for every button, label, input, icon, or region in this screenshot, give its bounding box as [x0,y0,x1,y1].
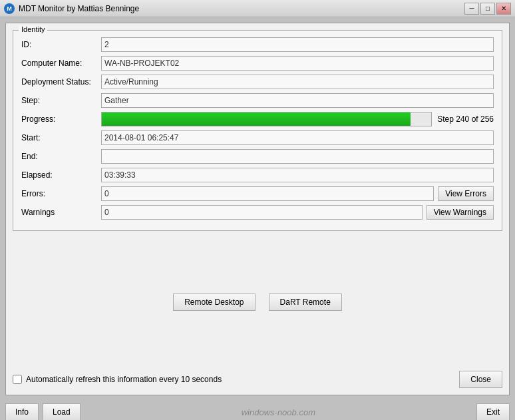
end-label: End: [21,152,101,161]
id-row: ID: [21,37,494,52]
start-row: Start: [21,130,494,145]
bottom-bar: Automatically refresh this information e… [13,371,502,388]
progress-text: Step 240 of 256 [437,114,494,124]
window-close-button[interactable]: ✕ [496,3,511,15]
step-field[interactable] [101,93,494,108]
start-label: Start: [21,133,101,142]
view-errors-button[interactable]: View Errors [438,186,494,201]
warnings-label: Warnings [21,208,101,217]
elapsed-row: Elapsed: [21,168,494,182]
title-bar: M MDT Monitor by Mattias Benninge ─ □ ✕ [0,0,515,17]
footer-right: Exit [476,403,510,420]
start-field[interactable] [101,130,494,145]
auto-refresh-row: Automatically refresh this information e… [13,375,222,384]
footer-watermark: windows-noob.com [81,407,476,417]
progress-row: Progress: Step 240 of 256 [21,112,494,126]
progress-bar-fill [102,112,411,126]
group-box-title: Identity [19,25,47,33]
warnings-field[interactable] [101,205,423,220]
title-bar-left: M MDT Monitor by Mattias Benninge [4,3,139,14]
maximize-button[interactable]: □ [480,3,495,15]
remote-desktop-button[interactable]: Remote Desktop [173,294,255,311]
end-row: End: [21,149,494,164]
footer-area: Info Load windows-noob.com Exit [0,401,515,420]
end-field[interactable] [101,149,494,164]
load-button[interactable]: Load [43,403,81,420]
errors-field[interactable] [101,186,434,201]
view-warnings-button[interactable]: View Warnings [427,205,494,220]
deployment-status-label: Deployment Status: [21,77,101,87]
computer-name-field[interactable] [101,56,494,71]
computer-name-row: Computer Name: [21,56,494,71]
step-row: Step: [21,93,494,108]
elapsed-field[interactable] [101,168,494,182]
title-bar-text: MDT Monitor by Mattias Benninge [19,4,139,13]
progress-bar-container [101,112,432,126]
warnings-row: Warnings View Warnings [21,205,494,220]
errors-label: Errors: [21,189,101,198]
title-bar-controls: ─ □ ✕ [464,3,511,15]
id-field[interactable] [101,37,494,52]
progress-label: Progress: [21,114,101,124]
errors-row: Errors: View Errors [21,186,494,201]
identity-group-box: Identity ID: Computer Name: Deployment S… [13,30,502,231]
elapsed-label: Elapsed: [21,170,101,180]
minimize-button[interactable]: ─ [464,3,479,15]
app-icon-text: M [7,5,12,12]
close-area: Close [459,371,502,388]
step-label: Step: [21,96,101,105]
computer-name-label: Computer Name: [21,59,101,68]
close-button[interactable]: Close [459,371,502,388]
id-label: ID: [21,40,101,49]
deployment-status-row: Deployment Status: [21,75,494,89]
auto-refresh-checkbox[interactable] [13,375,22,384]
main-area: Identity ID: Computer Name: Deployment S… [5,23,510,395]
footer-left: Info Load [5,403,81,420]
app-icon: M [4,3,15,14]
deployment-status-field[interactable] [101,75,494,89]
exit-button[interactable]: Exit [476,403,510,420]
remote-buttons-row: Remote Desktop DaRT Remote [13,294,502,311]
dart-remote-button[interactable]: DaRT Remote [269,294,342,311]
auto-refresh-label: Automatically refresh this information e… [26,375,222,384]
info-button[interactable]: Info [5,403,39,420]
